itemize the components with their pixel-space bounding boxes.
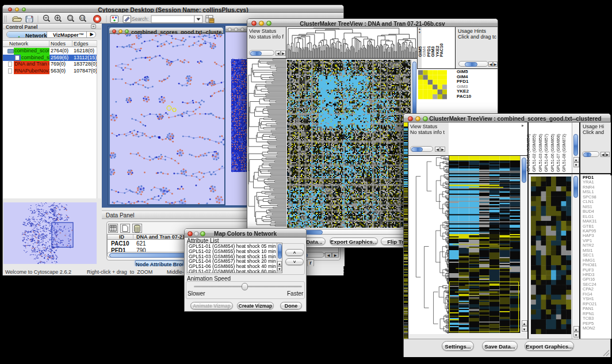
svg-text:Search:: Search: xyxy=(132,16,148,22)
svg-text:1:1: 1:1 xyxy=(80,16,84,20)
